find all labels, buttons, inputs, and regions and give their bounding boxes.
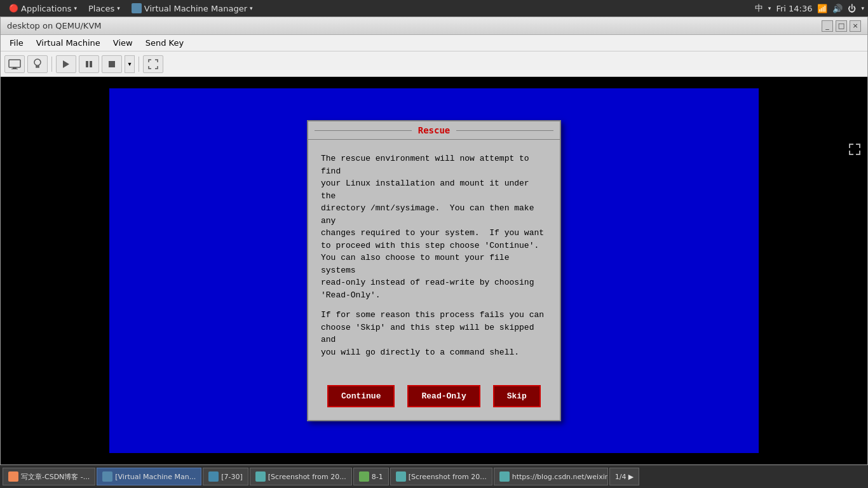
wifi-icon: 📶	[817, 4, 827, 13]
fullscreen-icon	[148, 59, 158, 69]
taskbar-item-5[interactable]: [Screenshot from 20...	[390, 468, 492, 485]
svg-rect-6	[86, 61, 88, 67]
taskbar-icon-3	[255, 471, 266, 482]
taskbar-icon-2	[208, 471, 219, 482]
taskbar-icon-0	[8, 471, 18, 482]
places-label: Places	[88, 4, 114, 13]
applications-menu[interactable]: 🔴 Applications ▾	[4, 3, 82, 15]
monitor-button[interactable]	[4, 55, 25, 73]
svg-rect-1	[13, 67, 17, 69]
power-chevron-icon: ▾	[861, 5, 864, 11]
taskbar-label-7: 1/4 ▶	[615, 473, 634, 481]
window-title: desktop on QEMU/KVM	[7, 21, 102, 30]
system-topbar: 🔴 Applications ▾ Places ▾ Virtual Machin…	[0, 0, 868, 17]
virtual-machine-menu[interactable]: Virtual Machine	[30, 37, 107, 49]
taskbar-item-3[interactable]: [Screenshot from 20...	[250, 468, 352, 485]
vm-display-area[interactable]: Rescue The rescue environment will now a…	[1, 77, 867, 464]
svg-rect-8	[109, 61, 115, 67]
taskbar: 写文章-CSDN博客 -... [Virtual Machine Man... …	[0, 465, 868, 488]
rescue-title-text: Rescue	[412, 125, 457, 135]
window-titlebar: desktop on QEMU/KVM _ □ ×	[1, 17, 867, 35]
vmm-chevron-icon: ▾	[250, 5, 253, 11]
close-button[interactable]: ×	[850, 20, 861, 32]
topbar-right: 中 ▾ Fri 14:36 📶 🔊 ⏻ ▾	[755, 3, 864, 14]
send-key-menu[interactable]: Send Key	[139, 37, 190, 49]
svg-rect-7	[90, 61, 92, 67]
read-only-button[interactable]: Read-Only	[407, 385, 480, 407]
rescue-titlebar: Rescue	[308, 121, 560, 140]
lightbulb-icon	[32, 58, 43, 71]
lightbulb-button[interactable]	[27, 55, 48, 73]
app-menubar: File Virtual Machine View Send Key	[1, 35, 867, 51]
vmm-label: Virtual Machine Manager	[144, 4, 247, 13]
minimize-button[interactable]: _	[822, 20, 833, 32]
power-icon[interactable]: ⏻	[848, 4, 856, 13]
maximize-button[interactable]: □	[836, 20, 847, 32]
taskbar-label-4: 8-1	[372, 473, 383, 481]
topbar-left: 🔴 Applications ▾ Places ▾ Virtual Machin…	[4, 2, 258, 15]
svg-rect-0	[9, 60, 20, 67]
monitor-icon	[8, 59, 21, 69]
fullscreen-button[interactable]	[143, 55, 163, 73]
vm-window: desktop on QEMU/KVM _ □ × File Virtual M…	[0, 17, 868, 465]
taskbar-item-4[interactable]: 8-1	[353, 468, 389, 485]
vmm-menu[interactable]: Virtual Machine Manager ▾	[126, 2, 258, 15]
power-dropdown-button[interactable]: ▾	[125, 55, 135, 73]
input-chevron-icon: ▾	[768, 5, 771, 11]
window-controls: _ □ ×	[822, 20, 861, 32]
pause-button[interactable]	[79, 55, 99, 73]
toolbar-separator-2	[139, 57, 139, 72]
pause-icon	[85, 60, 93, 69]
stop-icon	[107, 60, 116, 69]
rescue-body: The rescue environment will now attempt …	[308, 140, 560, 379]
taskbar-label-2: [7-30]	[221, 473, 243, 481]
taskbar-item-1[interactable]: [Virtual Machine Man...	[97, 468, 201, 485]
toolbar-separator-1	[51, 57, 52, 72]
svg-marker-5	[63, 60, 69, 68]
svg-point-3	[34, 59, 41, 65]
taskbar-label-1: [Virtual Machine Man...	[115, 473, 196, 481]
taskbar-label-6: https://blog.csdn.net/weixin...	[512, 473, 608, 481]
places-menu[interactable]: Places ▾	[83, 3, 125, 15]
continue-button[interactable]: Continue	[327, 385, 395, 407]
skip-button[interactable]: Skip	[493, 385, 541, 407]
rescue-buttons-area: Continue Read-Only Skip	[308, 379, 560, 420]
taskbar-icon-5	[396, 471, 406, 482]
input-method-icon: 中	[755, 3, 763, 14]
view-menu[interactable]: View	[107, 37, 139, 49]
taskbar-icon-6	[499, 471, 510, 482]
vmm-icon	[132, 3, 142, 13]
taskbar-label-5: [Screenshot from 20...	[409, 473, 487, 481]
clock: Fri 14:36	[776, 4, 812, 13]
rescue-dialog: Rescue The rescue environment will now a…	[307, 120, 561, 421]
taskbar-item-2[interactable]: [7-30]	[203, 468, 248, 485]
taskbar-item-6[interactable]: https://blog.csdn.net/weixin...	[494, 468, 608, 485]
file-menu[interactable]: File	[3, 37, 30, 49]
taskbar-label-3: [Screenshot from 20...	[268, 473, 346, 481]
taskbar-item-7[interactable]: 1/4 ▶	[609, 468, 640, 485]
play-button[interactable]	[56, 55, 76, 73]
taskbar-icon-1	[102, 471, 112, 482]
expand-icon[interactable]	[848, 143, 861, 158]
volume-icon: 🔊	[832, 4, 843, 13]
svg-rect-2	[11, 69, 18, 69]
play-icon	[62, 60, 71, 69]
taskbar-label-0: 写文章-CSDN博客 -...	[21, 472, 90, 482]
stop-button[interactable]	[102, 55, 122, 73]
places-chevron-icon: ▾	[117, 5, 120, 11]
rescue-text-2: If for some reason this process fails yo…	[321, 309, 547, 358]
taskbar-item-0[interactable]: 写文章-CSDN博客 -...	[3, 468, 95, 485]
taskbar-icon-4	[359, 471, 369, 482]
app-toolbar: ▾	[1, 51, 867, 77]
vm-screen[interactable]: Rescue The rescue environment will now a…	[109, 88, 759, 453]
rescue-text-1: The rescue environment will now attempt …	[321, 152, 547, 301]
applications-chevron-icon: ▾	[74, 5, 77, 11]
applications-label: Applications	[21, 4, 71, 13]
